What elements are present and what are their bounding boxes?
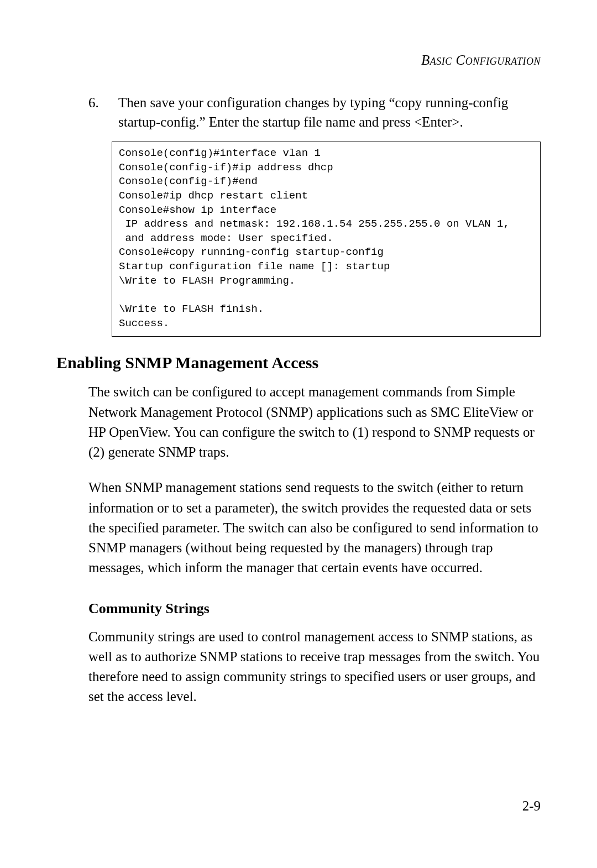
page: Basic Configuration 6. Then save your co… <box>0 0 597 868</box>
section-heading: Enabling SNMP Management Access <box>56 353 541 372</box>
body-paragraph: When SNMP management stations send reque… <box>88 478 541 578</box>
subsection-heading: Community Strings <box>88 600 541 617</box>
console-code-block: Console(config)#interface vlan 1 Console… <box>112 142 541 337</box>
body-paragraph: Community strings are used to control ma… <box>88 627 541 707</box>
running-header: Basic Configuration <box>421 53 541 68</box>
content-area: 6. Then save your configuration changes … <box>88 93 541 707</box>
step-text: Then save your configuration changes by … <box>118 93 541 132</box>
step-number: 6. <box>88 93 107 132</box>
list-step-6: 6. Then save your configuration changes … <box>88 93 541 132</box>
page-number: 2-9 <box>522 798 541 814</box>
body-paragraph: The switch can be configured to accept m… <box>88 382 541 462</box>
